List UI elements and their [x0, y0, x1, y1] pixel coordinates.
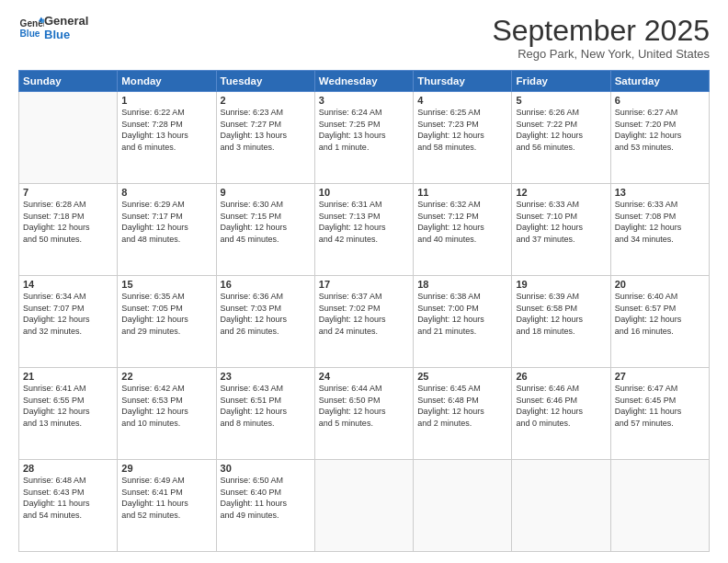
day-info: Sunrise: 6:40 AM Sunset: 6:57 PM Dayligh…	[615, 291, 705, 337]
day-info: Sunrise: 6:25 AM Sunset: 7:23 PM Dayligh…	[417, 107, 507, 153]
day-info: Sunrise: 6:27 AM Sunset: 7:20 PM Dayligh…	[615, 107, 705, 153]
calendar-cell: 19Sunrise: 6:39 AM Sunset: 6:58 PM Dayli…	[512, 276, 610, 368]
day-info: Sunrise: 6:41 AM Sunset: 6:55 PM Dayligh…	[23, 383, 113, 429]
calendar-header-row: SundayMondayTuesdayWednesdayThursdayFrid…	[19, 71, 710, 92]
col-header-thursday: Thursday	[414, 71, 512, 92]
day-number: 1	[121, 95, 211, 106]
day-number: 18	[417, 279, 507, 290]
calendar-cell: 22Sunrise: 6:42 AM Sunset: 6:53 PM Dayli…	[118, 368, 216, 460]
day-info: Sunrise: 6:47 AM Sunset: 6:45 PM Dayligh…	[615, 383, 705, 429]
day-number: 13	[615, 187, 705, 198]
calendar-cell: 30Sunrise: 6:50 AM Sunset: 6:40 PM Dayli…	[216, 460, 314, 552]
day-number: 2	[221, 95, 311, 106]
day-number: 15	[121, 279, 211, 290]
header: General Blue General Blue September 2025…	[18, 15, 710, 61]
logo-general: General	[44, 15, 88, 29]
calendar-cell: 4Sunrise: 6:25 AM Sunset: 7:23 PM Daylig…	[414, 92, 512, 184]
calendar-cell	[414, 460, 512, 552]
day-number: 3	[319, 95, 409, 106]
month-title: September 2025	[492, 15, 710, 47]
day-number: 5	[516, 95, 606, 106]
calendar-cell: 15Sunrise: 6:35 AM Sunset: 7:05 PM Dayli…	[118, 276, 216, 368]
day-number: 21	[23, 371, 113, 382]
day-info: Sunrise: 6:32 AM Sunset: 7:12 PM Dayligh…	[417, 199, 507, 245]
day-info: Sunrise: 6:29 AM Sunset: 7:17 PM Dayligh…	[121, 199, 211, 245]
calendar-cell: 27Sunrise: 6:47 AM Sunset: 6:45 PM Dayli…	[610, 368, 709, 460]
calendar-cell	[512, 460, 610, 552]
calendar-cell: 9Sunrise: 6:30 AM Sunset: 7:15 PM Daylig…	[216, 184, 314, 276]
day-info: Sunrise: 6:36 AM Sunset: 7:03 PM Dayligh…	[221, 291, 311, 337]
calendar-cell: 2Sunrise: 6:23 AM Sunset: 7:27 PM Daylig…	[216, 92, 314, 184]
col-header-friday: Friday	[512, 71, 610, 92]
day-info: Sunrise: 6:22 AM Sunset: 7:28 PM Dayligh…	[121, 107, 211, 153]
day-number: 28	[23, 463, 113, 474]
day-number: 9	[221, 187, 311, 198]
day-number: 22	[121, 371, 211, 382]
logo-blue: Blue	[44, 29, 88, 42]
day-info: Sunrise: 6:33 AM Sunset: 7:10 PM Dayligh…	[516, 199, 606, 245]
calendar-cell: 25Sunrise: 6:45 AM Sunset: 6:48 PM Dayli…	[414, 368, 512, 460]
week-row-4: 28Sunrise: 6:48 AM Sunset: 6:43 PM Dayli…	[19, 460, 710, 552]
day-number: 4	[417, 95, 507, 106]
calendar-cell: 10Sunrise: 6:31 AM Sunset: 7:13 PM Dayli…	[314, 184, 413, 276]
day-number: 11	[417, 187, 507, 198]
day-number: 26	[516, 371, 606, 382]
day-info: Sunrise: 6:49 AM Sunset: 6:41 PM Dayligh…	[121, 475, 211, 521]
week-row-3: 21Sunrise: 6:41 AM Sunset: 6:55 PM Dayli…	[19, 368, 710, 460]
day-number: 30	[221, 463, 311, 474]
day-number: 6	[615, 95, 705, 106]
calendar-cell: 26Sunrise: 6:46 AM Sunset: 6:46 PM Dayli…	[512, 368, 610, 460]
col-header-sunday: Sunday	[19, 71, 118, 92]
week-row-0: 1Sunrise: 6:22 AM Sunset: 7:28 PM Daylig…	[19, 92, 710, 184]
day-info: Sunrise: 6:24 AM Sunset: 7:25 PM Dayligh…	[319, 107, 409, 153]
calendar-cell: 24Sunrise: 6:44 AM Sunset: 6:50 PM Dayli…	[314, 368, 413, 460]
calendar-cell: 18Sunrise: 6:38 AM Sunset: 7:00 PM Dayli…	[414, 276, 512, 368]
day-number: 10	[319, 187, 409, 198]
calendar-cell: 21Sunrise: 6:41 AM Sunset: 6:55 PM Dayli…	[19, 368, 118, 460]
day-number: 25	[417, 371, 507, 382]
day-number: 12	[516, 187, 606, 198]
calendar-cell: 11Sunrise: 6:32 AM Sunset: 7:12 PM Dayli…	[414, 184, 512, 276]
calendar-cell: 1Sunrise: 6:22 AM Sunset: 7:28 PM Daylig…	[118, 92, 216, 184]
day-info: Sunrise: 6:35 AM Sunset: 7:05 PM Dayligh…	[121, 291, 211, 337]
day-info: Sunrise: 6:39 AM Sunset: 6:58 PM Dayligh…	[516, 291, 606, 337]
calendar-cell	[19, 92, 118, 184]
calendar-cell: 28Sunrise: 6:48 AM Sunset: 6:43 PM Dayli…	[19, 460, 118, 552]
svg-text:Blue: Blue	[20, 29, 40, 39]
day-info: Sunrise: 6:45 AM Sunset: 6:48 PM Dayligh…	[417, 383, 507, 429]
page: General Blue General Blue September 2025…	[0, 0, 728, 563]
day-info: Sunrise: 6:33 AM Sunset: 7:08 PM Dayligh…	[615, 199, 705, 245]
day-number: 16	[221, 279, 311, 290]
day-number: 19	[516, 279, 606, 290]
calendar-cell: 5Sunrise: 6:26 AM Sunset: 7:22 PM Daylig…	[512, 92, 610, 184]
day-info: Sunrise: 6:30 AM Sunset: 7:15 PM Dayligh…	[221, 199, 311, 245]
calendar-table: SundayMondayTuesdayWednesdayThursdayFrid…	[18, 70, 710, 552]
calendar-cell: 13Sunrise: 6:33 AM Sunset: 7:08 PM Dayli…	[610, 184, 709, 276]
col-header-monday: Monday	[118, 71, 216, 92]
col-header-wednesday: Wednesday	[314, 71, 413, 92]
calendar-cell: 8Sunrise: 6:29 AM Sunset: 7:17 PM Daylig…	[118, 184, 216, 276]
calendar-cell: 14Sunrise: 6:34 AM Sunset: 7:07 PM Dayli…	[19, 276, 118, 368]
day-info: Sunrise: 6:43 AM Sunset: 6:51 PM Dayligh…	[221, 383, 311, 429]
day-number: 23	[221, 371, 311, 382]
day-info: Sunrise: 6:46 AM Sunset: 6:46 PM Dayligh…	[516, 383, 606, 429]
logo-icon: General Blue	[18, 16, 44, 41]
calendar-cell: 17Sunrise: 6:37 AM Sunset: 7:02 PM Dayli…	[314, 276, 413, 368]
calendar-cell	[610, 460, 709, 552]
calendar-cell: 16Sunrise: 6:36 AM Sunset: 7:03 PM Dayli…	[216, 276, 314, 368]
week-row-2: 14Sunrise: 6:34 AM Sunset: 7:07 PM Dayli…	[19, 276, 710, 368]
calendar-cell: 12Sunrise: 6:33 AM Sunset: 7:10 PM Dayli…	[512, 184, 610, 276]
day-info: Sunrise: 6:26 AM Sunset: 7:22 PM Dayligh…	[516, 107, 606, 153]
day-number: 7	[23, 187, 113, 198]
location: Rego Park, New York, United States	[492, 47, 710, 61]
day-number: 27	[615, 371, 705, 382]
logo: General Blue General Blue	[18, 15, 88, 42]
col-header-tuesday: Tuesday	[216, 71, 314, 92]
day-info: Sunrise: 6:42 AM Sunset: 6:53 PM Dayligh…	[121, 383, 211, 429]
day-info: Sunrise: 6:37 AM Sunset: 7:02 PM Dayligh…	[319, 291, 409, 337]
day-info: Sunrise: 6:28 AM Sunset: 7:18 PM Dayligh…	[23, 199, 113, 245]
day-number: 24	[319, 371, 409, 382]
day-info: Sunrise: 6:38 AM Sunset: 7:00 PM Dayligh…	[417, 291, 507, 337]
day-info: Sunrise: 6:23 AM Sunset: 7:27 PM Dayligh…	[221, 107, 311, 153]
day-info: Sunrise: 6:31 AM Sunset: 7:13 PM Dayligh…	[319, 199, 409, 245]
